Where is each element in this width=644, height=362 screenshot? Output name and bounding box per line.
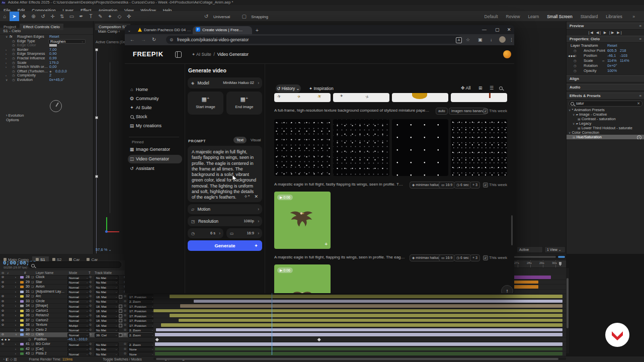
blend-mode-dropdown[interactable]: -	[67, 347, 90, 351]
layer-visibility-toggle[interactable]: ⊙	[2, 294, 4, 299]
bookmark-star-icon[interactable]: ☆	[466, 34, 470, 45]
stopwatch-icon[interactable]: ◷	[12, 43, 15, 48]
preset-tree-item[interactable]: ▤Contrast - saturation	[567, 117, 644, 121]
layer-name[interactable]: Star	[36, 280, 65, 285]
effects-presets-search-input[interactable]: satur ✕	[569, 101, 642, 107]
timeline-layer-row[interactable]: ⊙ ◀ ◆ ▶ ❏ ◷ Position -46,1, -103,0 ⊙ ⊙	[0, 337, 153, 342]
search-icon[interactable]	[499, 85, 503, 90]
keyframe-navigator[interactable]: ◀ ◆ ▶	[1, 337, 11, 342]
effect-property-value[interactable]: 0x+45,0°	[49, 78, 64, 82]
layer-name[interactable]: [Adjustment Layer 3]	[36, 290, 65, 294]
track-matte-dropdown[interactable]: No Mat	[95, 299, 119, 304]
stopwatch-icon[interactable]: ◷	[12, 56, 15, 61]
layer-visibility-toggle[interactable]: ⊙	[2, 313, 4, 318]
transform-property-row[interactable]: ◷ Opacity 100%	[567, 68, 644, 73]
history-caption[interactable]: A full-frame, high-resolution texture ba…	[274, 108, 430, 113]
matte-toggle[interactable]	[119, 309, 122, 313]
track-matte-dropdown[interactable]: No Mat	[95, 276, 119, 280]
effect-property-row[interactable]: fx ◷ Edge Color ◈	[0, 43, 93, 48]
layer-visibility-toggle[interactable]: ⊙	[2, 285, 4, 289]
stopwatch-icon[interactable]: ◷	[12, 69, 15, 74]
browser-tab[interactable]: Darwin Pacheco DD 04 Collage✕	[135, 26, 191, 34]
ae-tool-icon[interactable]: ✦	[105, 12, 115, 22]
layer-visibility-toggle[interactable]: ⊙	[2, 323, 4, 327]
sidebar-item-community[interactable]: ❂Community	[128, 95, 182, 103]
parent-dropdown[interactable]: 2. Zoom	[128, 328, 155, 332]
resolution-selector[interactable]: ◳ Resolution 1080p ›	[188, 216, 262, 226]
ae-tool-icon[interactable]: ✛	[48, 12, 57, 22]
start-image-button[interactable]: ▦⁺ Start image	[188, 92, 223, 115]
timeline-marker[interactable]	[559, 262, 561, 266]
track-matte-dropdown[interactable]: 18. Mat	[95, 314, 119, 318]
layer-duration-bar[interactable]	[194, 300, 562, 303]
layer-color-swatch[interactable]	[20, 314, 24, 317]
layer-visibility-toggle[interactable]: ⊙	[2, 318, 4, 323]
freepik-logo[interactable]: FREEP!K	[133, 50, 164, 58]
layer-color-swatch[interactable]	[20, 305, 24, 307]
filter-all-button[interactable]: ✥ All	[461, 85, 471, 90]
layer-name[interactable]: Position	[34, 337, 63, 342]
reload-icon[interactable]: ↻	[152, 34, 156, 45]
layer-name[interactable]: [Shape]	[36, 304, 65, 308]
layer-duration-bar[interactable]	[180, 304, 562, 308]
layer-name[interactable]: Carton2	[36, 318, 65, 323]
prompt-mode-text-toggle[interactable]: Text	[233, 137, 247, 143]
panel-menu-icon[interactable]: ≡	[639, 36, 641, 42]
filter-sliders-icon[interactable]: ☰	[490, 85, 494, 90]
matte-toggle[interactable]	[119, 305, 122, 308]
history-thumbnail-airplanes[interactable]	[451, 93, 507, 102]
blend-mode-dropdown[interactable]: Normal	[67, 342, 90, 347]
stopwatch-icon[interactable]: ◷	[12, 73, 15, 78]
effect-property-row[interactable]: ∨ fx ◷ Evolution ◈ 0x+45,0°	[0, 78, 93, 82]
parent-dropdown[interactable]: 17. Posicion	[128, 314, 155, 318]
comp-zoom-level[interactable]: 57,6 % ⌄	[96, 247, 112, 252]
evolution-dial[interactable]	[50, 100, 62, 112]
stopwatch-icon[interactable]: ◷	[12, 48, 15, 52]
layer-color-swatch[interactable]	[20, 348, 24, 350]
track-matte-dropdown[interactable]: No Mat	[95, 280, 119, 285]
layer-duration-bar[interactable]	[155, 352, 562, 355]
snapping-checkbox-icon[interactable]: ▢	[239, 12, 249, 22]
parent-dropdown[interactable]: 17. Posicion	[128, 304, 155, 309]
panel-tab[interactable]: Effect Controls Cielo	[20, 24, 63, 30]
parent-dropdown[interactable]: 17. Posicion	[128, 318, 155, 323]
effect-property-row[interactable]: › fx ◷ Fractal Influence ◈ 0,99	[0, 56, 93, 61]
add-icon[interactable]: +	[325, 241, 328, 247]
ae-tool-icon[interactable]: ✜	[124, 12, 134, 22]
site-info-icon[interactable]: ⊜	[170, 36, 173, 44]
parent-dropdown[interactable]: 2. Zoom	[128, 342, 155, 347]
timeline-layer-row[interactable]: ⊙ › 32 ❏ ◷ Arc Normal ⊙ 18. Mat ⊙ 17. Po…	[0, 294, 153, 299]
stopwatch-icon[interactable]: ◷	[12, 52, 15, 56]
timeline-layer-row[interactable]: ⊙ › 33 ❏ ◷ Circle Normal ⊙ No Mat ⊙ 2. Z…	[0, 299, 153, 304]
transform-value[interactable]: -46,1	[607, 53, 616, 58]
prompt-mode-visual-toggle[interactable]: Visual	[248, 137, 264, 143]
layer-name[interactable]: Carton1	[36, 309, 65, 313]
layer-name[interactable]: Retazo2	[36, 313, 65, 318]
layer-color-swatch[interactable]	[20, 291, 24, 293]
selection-handle[interactable]	[95, 48, 98, 51]
minimize-button[interactable]: —	[482, 25, 487, 34]
grid-view-icon[interactable]: ⊞	[478, 85, 482, 90]
maximize-button[interactable]: ▢	[495, 25, 500, 34]
history-thumbnail-airplanes[interactable]: ✈ ✈ ✈	[274, 93, 331, 102]
layer-color-swatch[interactable]	[20, 281, 24, 284]
track-matte-dropdown[interactable]: 18. Mat	[95, 309, 119, 313]
history-caption[interactable]: A majestic eagle in full flight, flappin…	[274, 255, 405, 259]
effect-property-row[interactable]: ∨ fx Roughen Edges ◈ Reset	[0, 35, 93, 39]
download-icon[interactable]: ↓	[490, 34, 493, 45]
layer-color-swatch[interactable]	[20, 343, 24, 345]
gizmo-x-axis[interactable]	[106, 231, 119, 232]
transform-property-row[interactable]: ◀ ◆ ▶ ◷ Position -46,1 -103	[567, 53, 644, 58]
timeline-layer-row[interactable]: ⊙ › 38 ❏ ◷ Texture Multipl ⊙ 18. Mat ⊙ 1…	[0, 323, 153, 328]
track-matte-dropdown[interactable]: No Mat	[95, 347, 119, 351]
this-week-checkbox[interactable]: ✓	[483, 109, 488, 114]
keyframe-diamond[interactable]	[155, 338, 158, 341]
layer-duration-bar[interactable]	[179, 319, 562, 322]
browser-menu-kebab-icon[interactable]: ⋮	[509, 34, 514, 45]
sidebar-item-assistant[interactable]: ↺Assistant	[128, 164, 182, 173]
track-matte-dropdown[interactable]: No Mat	[95, 290, 119, 294]
effect-property-row[interactable]: fx ◷ Offset (Turbulence) ◈ 0,0,0,0	[0, 69, 93, 74]
preset-tree-item[interactable]: ∨▰Image - Creative	[567, 112, 644, 117]
blend-mode-dropdown[interactable]: Normal	[67, 318, 90, 323]
url-input[interactable]: ⊜ freepik.com/pikaso/ai-video-generator	[166, 36, 461, 44]
